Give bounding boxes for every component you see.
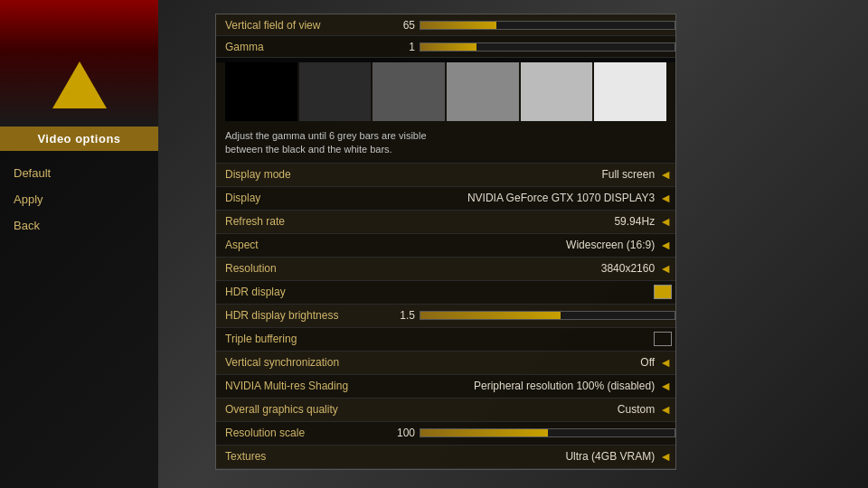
settings-row-10: Overall graphics qualityCustom◄ — [216, 399, 675, 422]
settings-row-3: AspectWidescreen (16:9)◄ — [216, 234, 675, 258]
row-arrow-2[interactable]: ◄ — [659, 214, 675, 229]
sidebar-title: Video options — [0, 127, 158, 151]
row-arrow-0[interactable]: ◄ — [659, 167, 675, 182]
row-value-9: Peripheral resolution 100% (disabled) — [388, 380, 659, 392]
slider-fill-11 — [420, 429, 548, 436]
row-value-0: Full screen — [388, 168, 659, 181]
row-label-0: Display mode — [216, 168, 388, 181]
gamma-label: Gamma — [216, 41, 388, 53]
row-label-8: Vertical synchronization — [216, 356, 388, 369]
settings-row-11: Resolution scale100 — [216, 422, 675, 446]
row-value-8: Off — [388, 356, 659, 369]
row-arrow-4[interactable]: ◄ — [659, 261, 675, 276]
logo-area — [0, 0, 158, 127]
slider-value-11: 100 — [388, 427, 415, 439]
gamma-bar-6 — [594, 62, 666, 121]
row-label-2: Refresh rate — [216, 215, 388, 228]
row-label-5: HDR display — [216, 286, 388, 298]
row-label-6: HDR display brightness — [216, 309, 388, 322]
gamma-bar-4 — [447, 62, 519, 121]
row-label-3: Aspect — [216, 239, 388, 251]
settings-row-9: NVIDIA Multi-res ShadingPeripheral resol… — [216, 375, 675, 399]
fov-row: Vertical field of view 65 — [216, 14, 675, 36]
nav-back[interactable]: Back — [0, 212, 158, 239]
settings-row-1: DisplayNVIDIA GeForce GTX 1070 DISPLAY3◄ — [216, 187, 675, 211]
row-label-9: NVIDIA Multi-res Shading — [216, 380, 388, 392]
row-arrow-8[interactable]: ◄ — [659, 355, 675, 370]
sidebar: Video options Default Apply Back — [0, 0, 158, 488]
settings-row-8: Vertical synchronizationOff◄ — [216, 352, 675, 375]
settings-row-0: Display modeFull screen◄ — [216, 164, 675, 187]
fov-slider[interactable] — [420, 21, 675, 30]
slider-container-11: 100 — [388, 427, 675, 439]
gamma-row: Gamma 1 — [216, 36, 675, 58]
settings-row-7: Triple buffering — [216, 328, 675, 352]
settings-row-5: HDR display — [216, 281, 675, 305]
checkbox-7[interactable] — [654, 332, 672, 346]
slider-track-6[interactable] — [420, 311, 675, 320]
row-arrow-12[interactable]: ◄ — [659, 449, 675, 464]
fov-value: 65 — [388, 19, 415, 32]
row-label-4: Resolution — [216, 262, 388, 275]
row-value-3: Widescreen (16:9) — [388, 239, 659, 251]
main-panel: Vertical field of view 65 Gamma 1 Adjust… — [215, 14, 676, 470]
gamma-section: Adjust the gamma until 6 grey bars are v… — [216, 62, 675, 164]
gamma-fill — [420, 43, 476, 51]
settings-row-2: Refresh rate59.94Hz◄ — [216, 211, 675, 234]
slider-value-6: 1.5 — [388, 309, 415, 322]
row-label-12: Textures — [216, 450, 388, 463]
gamma-bar-1 — [225, 62, 297, 121]
fov-slider-container: 65 — [388, 19, 675, 32]
fov-label: Vertical field of view — [216, 19, 388, 32]
row-value-4: 3840x2160 — [388, 262, 659, 275]
checkbox-5[interactable] — [654, 285, 672, 299]
row-arrow-10[interactable]: ◄ — [659, 402, 675, 417]
fov-fill — [420, 22, 496, 29]
settings-row-4: Resolution3840x2160◄ — [216, 258, 675, 281]
row-arrow-9[interactable]: ◄ — [659, 379, 675, 393]
gamma-slider[interactable] — [420, 42, 675, 52]
slider-track-11[interactable] — [420, 428, 675, 437]
gamma-slider-container: 1 — [388, 41, 675, 53]
gamma-value: 1 — [388, 41, 415, 53]
slider-container-6: 1.5 — [388, 309, 675, 322]
row-label-1: Display — [216, 192, 388, 204]
slider-fill-6 — [420, 312, 561, 319]
settings-rows: Display modeFull screen◄DisplayNVIDIA Ge… — [216, 164, 675, 469]
row-arrow-3[interactable]: ◄ — [659, 238, 675, 252]
settings-row-12: TexturesUltra (4GB VRAM)◄ — [216, 446, 675, 469]
row-value-12: Ultra (4GB VRAM) — [388, 450, 659, 463]
row-label-7: Triple buffering — [216, 333, 388, 345]
nav-default[interactable]: Default — [0, 160, 158, 186]
gamma-hint: Adjust the gamma until 6 grey bars are v… — [216, 126, 675, 163]
gamma-bar-5 — [521, 62, 593, 121]
row-value-2: 59.94Hz — [388, 215, 659, 228]
settings-row-6: HDR display brightness1.5 — [216, 305, 675, 328]
gamma-bar-2 — [299, 62, 372, 121]
row-value-1: NVIDIA GeForce GTX 1070 DISPLAY3 — [388, 192, 659, 204]
row-value-10: Custom — [388, 403, 659, 416]
nav-apply[interactable]: Apply — [0, 186, 158, 212]
gamma-bars — [225, 62, 666, 121]
logo-triangle — [52, 61, 107, 108]
gamma-bar-3 — [373, 62, 445, 121]
row-label-11: Resolution scale — [216, 427, 388, 439]
sidebar-nav: Default Apply Back — [0, 151, 158, 248]
row-arrow-1[interactable]: ◄ — [659, 191, 675, 205]
row-label-10: Overall graphics quality — [216, 403, 388, 416]
